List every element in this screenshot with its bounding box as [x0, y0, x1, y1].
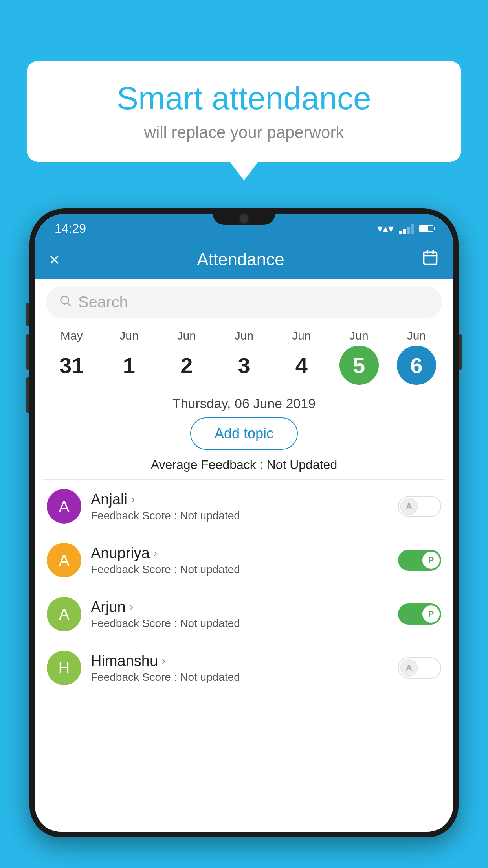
cal-day-1[interactable]: Jun 1 [105, 329, 152, 385]
avatar-anjali: A [47, 489, 81, 524]
phone-camera [238, 213, 250, 224]
avg-feedback-label: Average Feedback : [151, 458, 263, 472]
app-bar: × Attendance [35, 240, 453, 279]
svg-line-5 [68, 303, 70, 305]
cal-day-5[interactable]: Jun 5 [336, 329, 383, 385]
cal-month-4: Jun [292, 329, 311, 342]
signal-bars [399, 223, 414, 234]
cal-month-3: Jun [235, 329, 253, 342]
calendar-icon[interactable] [422, 249, 439, 270]
battery-icon [419, 225, 433, 232]
student-info-anupriya: Anupriya › Feedback Score : Not updated [91, 545, 389, 576]
student-info-arjun: Arjun › Feedback Score : Not updated [91, 599, 389, 630]
toggle-knob-arjun: P [422, 605, 440, 623]
phone-container: 14:29 ▾▴▾ × Attendance [29, 208, 459, 868]
chevron-icon: › [162, 655, 165, 667]
avg-feedback: Average Feedback : Not Updated [35, 458, 453, 479]
student-item-anupriya[interactable]: A Anupriya › Feedback Score : Not update… [35, 533, 453, 587]
search-icon [59, 294, 72, 311]
signal-bar-4 [411, 224, 414, 234]
cal-date-1: 1 [109, 346, 149, 385]
cal-date-0: 31 [52, 346, 91, 385]
phone-volume-down-button [26, 377, 29, 413]
phone-volume-mute-button [26, 303, 29, 326]
wifi-icon: ▾▴▾ [377, 222, 394, 235]
phone-power-button [459, 334, 462, 370]
cal-month-1: Jun [119, 329, 138, 342]
student-name-anupriya: Anupriya › [91, 545, 389, 562]
cal-date-3: 3 [224, 346, 264, 385]
signal-bar-3 [407, 227, 410, 234]
cal-date-2: 2 [167, 346, 206, 385]
avatar-anupriya: A [47, 543, 81, 577]
student-name-anjali: Anjali › [91, 491, 389, 508]
search-container[interactable]: Search [46, 286, 442, 318]
status-time: 14:29 [55, 221, 86, 236]
chevron-icon: › [131, 493, 135, 506]
close-button[interactable]: × [49, 250, 60, 268]
phone-screen: 14:29 ▾▴▾ × Attendance [35, 214, 453, 832]
phone-outer: 14:29 ▾▴▾ × Attendance [29, 208, 459, 837]
selected-date: Thursday, 06 June 2019 [35, 385, 453, 417]
cal-day-0[interactable]: May 31 [48, 329, 95, 385]
toggle-knob-anjali: A [400, 498, 418, 515]
student-info-anjali: Anjali › Feedback Score : Not updated [91, 491, 389, 522]
cal-day-2[interactable]: Jun 2 [163, 329, 210, 385]
student-item-anjali[interactable]: A Anjali › Feedback Score : Not updated … [35, 480, 453, 533]
avg-feedback-value: Not Updated [267, 458, 338, 472]
toggle-knob-anupriya: P [422, 552, 440, 569]
toggle-anjali[interactable]: A [398, 496, 441, 517]
cal-day-4[interactable]: Jun 4 [278, 329, 325, 385]
svg-rect-0 [424, 252, 437, 264]
cal-month-5: Jun [349, 329, 368, 342]
speech-bubble: Smart attendance will replace your paper… [27, 61, 461, 162]
student-item-himanshu[interactable]: H Himanshu › Feedback Score : Not update… [35, 641, 453, 695]
cal-date-6: 6 [397, 346, 436, 385]
phone-notch [213, 208, 275, 225]
student-info-himanshu: Himanshu › Feedback Score : Not updated [91, 653, 389, 684]
cal-date-4: 4 [282, 346, 321, 385]
avatar-arjun: A [47, 597, 81, 631]
cal-month-2: Jun [177, 329, 196, 342]
chevron-icon: › [130, 601, 133, 613]
toggle-anupriya[interactable]: P [398, 550, 441, 571]
toggle-knob-himanshu: A [400, 659, 418, 677]
student-feedback-arjun: Feedback Score : Not updated [91, 617, 389, 630]
search-input[interactable]: Search [78, 293, 429, 311]
student-feedback-himanshu: Feedback Score : Not updated [91, 671, 389, 684]
student-feedback-anupriya: Feedback Score : Not updated [91, 563, 389, 576]
student-feedback-anjali: Feedback Score : Not updated [91, 509, 389, 522]
calendar-strip: May 31 Jun 1 Jun 2 Jun 3 Jun 4 [35, 325, 453, 385]
battery-fill [420, 226, 428, 231]
signal-bar-1 [399, 231, 402, 234]
student-item-arjun[interactable]: A Arjun › Feedback Score : Not updated P [35, 587, 453, 641]
add-topic-button[interactable]: Add topic [190, 417, 298, 450]
student-list: A Anjali › Feedback Score : Not updated … [35, 480, 453, 695]
bubble-title: Smart attendance [50, 81, 438, 116]
cal-month-0: May [61, 329, 83, 342]
signal-bar-2 [403, 229, 406, 234]
app-bar-title: Attendance [72, 250, 410, 269]
cal-day-6[interactable]: Jun 6 [393, 329, 440, 385]
cal-date-5: 5 [339, 346, 379, 385]
status-icons: ▾▴▾ [377, 222, 433, 235]
cal-month-6: Jun [407, 329, 426, 342]
toggle-arjun[interactable]: P [398, 603, 441, 625]
cal-day-3[interactable]: Jun 3 [220, 329, 268, 385]
chevron-icon: › [154, 547, 157, 559]
bubble-subtitle: will replace your paperwork [50, 123, 438, 142]
student-name-himanshu: Himanshu › [91, 653, 389, 669]
avatar-himanshu: H [47, 651, 81, 685]
toggle-himanshu[interactable]: A [398, 657, 441, 679]
student-name-arjun: Arjun › [91, 599, 389, 616]
phone-volume-up-button [26, 334, 29, 370]
